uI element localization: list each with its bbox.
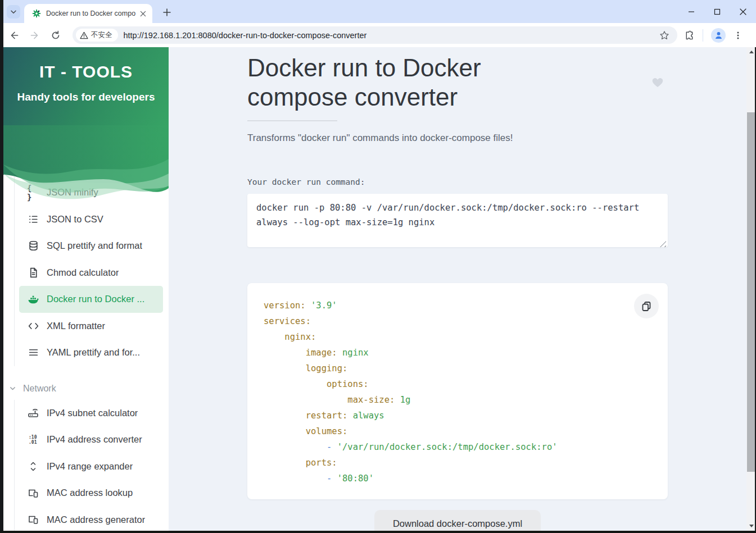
download-button[interactable]: Download docker-compose.yml [374,510,541,533]
toolbar-separator [703,29,703,42]
sidebar-item-label: IPv4 subnet calculator [47,408,138,418]
app-subtitle: Handy tools for developers [3,91,169,103]
copy-icon [640,300,653,312]
devices-icon [27,487,39,499]
sidebar-item-sql-prettify-and-format[interactable]: SQL prettify and format [19,233,163,259]
favorite-button[interactable] [650,75,665,88]
puzzle-icon [684,30,695,40]
maximize-button[interactable] [704,0,730,23]
sidebar-item-label: JSON minify [47,187,98,198]
window-bottom-edge [0,531,756,533]
sidebar-item-label: MAC address lookup [47,488,133,498]
security-chip[interactable]: 不安全 [76,29,118,42]
sidebar-item-mac-address-lookup[interactable]: MAC address lookup [19,480,163,507]
sidebar-item-label: JSON prettify and for... [47,161,141,171]
sidebar-item-json-to-csv[interactable]: JSON to CSV [19,206,163,233]
alarm-clock-icon [27,133,39,145]
network-section-header[interactable]: Network [9,377,169,400]
extensions-button[interactable] [684,30,695,40]
back-button[interactable] [5,26,23,44]
yaml-line: restart: always [264,408,668,423]
security-label: 不安全 [91,30,112,40]
network-list: IPv4 subnet calculator:10.01IPv4 address… [14,400,169,531]
tools-list: Crontab generator{ }JSON prettify and fo… [14,126,169,366]
yaml-output: version: '3.9'services: nginx: image: ng… [264,298,668,486]
tab-title: Docker run to Docker compo [46,10,138,17]
tab-close-icon[interactable] [138,9,148,19]
router-icon [27,407,39,419]
browser-menu-button[interactable] [734,31,743,40]
sidebar-item-docker-run-to-docker[interactable]: Docker run to Docker ... [19,286,163,313]
reload-button[interactable] [47,26,65,44]
sidebar-item-label: SQL prettify and format [47,240,142,251]
svg-text::10: :10 [29,435,37,440]
docker-icon [27,293,39,306]
new-tab-button[interactable] [160,5,174,19]
network-section-label: Network [23,384,56,394]
yaml-line: volumes: [264,423,668,439]
forward-button[interactable] [26,26,44,44]
binary-icon: :10.01 [27,434,39,446]
forward-arrow-icon [30,30,40,40]
input-label: Your docker run command: [247,177,668,186]
sidebar-item-crontab-generator[interactable]: Crontab generator [19,126,163,153]
sidebar-item-json-minify[interactable]: { }JSON minify [19,179,163,206]
sidebar-item-label: YAML prettify and for... [47,347,140,358]
sidebar-item-json-prettify-and-for[interactable]: { }JSON prettify and for... [19,153,163,180]
database-icon [27,240,39,252]
chevron-down-icon [10,8,17,16]
yaml-line: logging: [264,361,668,376]
sidebar-header: IT - TOOLS Handy tools for developers [3,47,169,125]
sidebar-item-label: Crontab generator [47,134,122,144]
kebab-menu-icon [734,31,743,40]
close-button[interactable] [730,0,756,23]
list-icon [27,213,39,225]
app-title: IT - TOOLS [3,62,169,81]
sidebar-item-label: IPv4 address converter [47,434,142,445]
tab-search-button[interactable] [7,5,20,19]
svg-text:.01: .01 [29,440,37,445]
minimize-button[interactable] [678,0,704,23]
chevron-down-icon [9,385,16,392]
sidebar-item-chmod-calculator[interactable]: Chmod calculator [19,259,163,286]
address-bar[interactable]: 不安全 http://192.168.1.201:8080/docker-run… [73,26,677,44]
profile-avatar[interactable] [711,28,726,43]
bookmark-star-button[interactable] [657,28,672,43]
tool-description: Transforms "docker run" commands into do… [247,133,668,144]
window-left-edge [0,0,3,533]
sidebar: IT - TOOLS Handy tools for developers Cr… [3,47,169,531]
sidebar-item-label: JSON to CSV [47,214,103,225]
file-icon [27,266,39,279]
braces-icon: { } [27,186,39,199]
sidebar-item-ipv4-range-expander[interactable]: IPv4 range expander [19,453,163,480]
yaml-line: - '80:80' [264,471,668,486]
sidebar-item-ipv4-subnet-calculator[interactable]: IPv4 subnet calculator [19,400,163,427]
person-icon [714,30,723,40]
yaml-line: max-size: 1g [264,392,668,408]
url-text: http://192.168.1.201:8080/docker-run-to-… [124,31,658,40]
devices-icon [27,513,39,526]
docker-run-input[interactable]: docker run -p 80:80 -v /var/run/docker.s… [247,194,668,247]
back-arrow-icon [9,30,19,40]
heart-icon [650,75,665,88]
yaml-output-card: version: '3.9'services: nginx: image: ng… [247,283,668,499]
sidebar-item-yaml-prettify-and-for[interactable]: YAML prettify and for... [19,339,163,366]
scrollbar-thumb[interactable] [747,112,755,472]
yaml-line: options: [264,376,668,392]
title-divider [247,120,337,121]
yaml-line: image: nginx [264,345,668,361]
sidebar-item-mac-address-generator[interactable]: MAC address generator [19,507,163,531]
page-title: Docker run to Docker compose converter [247,53,565,112]
sidebar-item-label: MAC address generator [47,514,145,525]
yaml-line: services: [264,313,668,329]
updown-icon [27,460,39,472]
sidebar-item-ipv4-address-converter[interactable]: :10.01IPv4 address converter [19,426,163,453]
browser-toolbar: 不安全 http://192.168.1.201:8080/docker-run… [0,23,756,47]
warning-triangle-icon [80,31,88,39]
yaml-line: - '/var/run/docker.sock:/tmp/docker.sock… [264,439,668,455]
copy-button[interactable] [634,294,659,318]
sidebar-item-label: Docker run to Docker ... [47,294,144,304]
sidebar-item-xml-formatter[interactable]: XML formatter [19,313,163,340]
browser-tab[interactable]: Docker run to Docker compo [24,4,152,23]
yaml-line: ports: [264,455,668,471]
